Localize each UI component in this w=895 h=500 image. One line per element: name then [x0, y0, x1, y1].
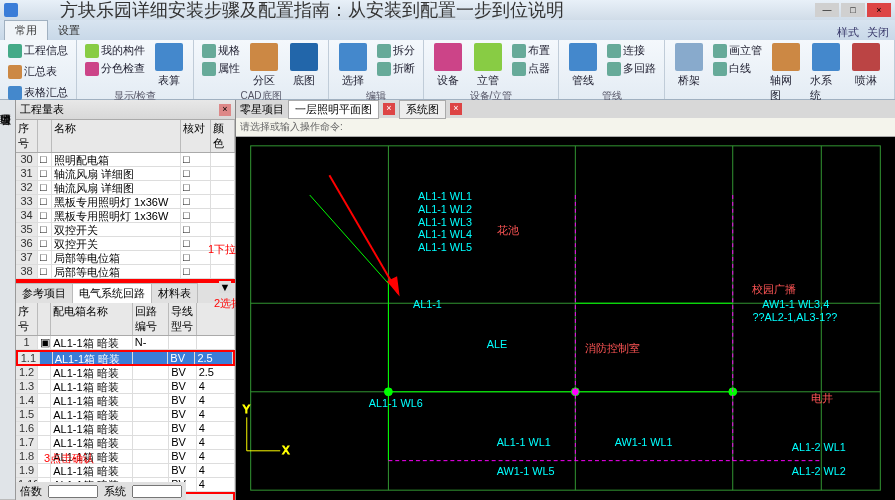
subtab-ref[interactable]: 参考项目	[16, 283, 73, 303]
command-hint[interactable]: 请选择或输入操作命令:	[236, 118, 895, 137]
canvas-tab-floor[interactable]: 一层照明平面图	[288, 100, 379, 119]
rb-basemap[interactable]: 底图	[286, 42, 322, 89]
rb-pipe[interactable]: 管线	[565, 42, 601, 89]
svg-text:AL1-1 WL2: AL1-1 WL2	[418, 203, 472, 215]
svg-text:AL1-1 WL6: AL1-1 WL6	[369, 397, 423, 409]
svg-text:Y: Y	[243, 403, 250, 415]
close-button[interactable]: ×	[867, 3, 891, 17]
sub-row[interactable]: 1.5AL1-1箱 暗装 WL5BV4	[16, 408, 235, 422]
ribbon-style[interactable]: 样式	[837, 25, 859, 40]
sub-grid-header: 序号 配电箱名称 回路编号 导线型号	[16, 303, 235, 336]
svg-text:AL1-2 WL2: AL1-2 WL2	[792, 465, 846, 477]
svg-text:AL1-1: AL1-1	[413, 298, 442, 310]
rb-layout5[interactable]: 布置	[510, 42, 552, 59]
tab-close-icon[interactable]: ×	[383, 103, 395, 115]
grid-row[interactable]: 35□双控开关□	[16, 223, 235, 237]
grid-body[interactable]: 30□照明配电箱□31□轴流风扇 详细图□32□轴流风扇 详细图□33□黑板专用…	[16, 153, 235, 279]
bottom-bar: 倍数 系统	[16, 482, 186, 500]
overlay-title: 方块乐园详细安装步骤及配置指南：从安装到配置一步到位说明	[60, 0, 775, 22]
svg-text:校园广播: 校园广播	[751, 283, 796, 295]
svg-text:??AL2-1,AL3-1??: ??AL2-1,AL3-1??	[752, 311, 837, 323]
canvas-tabs: 零星项目 一层照明平面图 × 系统图 ×	[236, 100, 895, 118]
svg-text:ALE: ALE	[487, 338, 507, 350]
svg-text:AL1-1 WL1: AL1-1 WL1	[497, 436, 551, 448]
panel-close-icon[interactable]: ×	[219, 104, 231, 116]
sub-row[interactable]: 1.9AL1-1箱 暗装 WL9BV4	[16, 464, 235, 478]
svg-text:AL1-1 WL3: AL1-1 WL3	[418, 216, 472, 228]
tab-common[interactable]: 常用	[4, 20, 48, 40]
rb-axis[interactable]: 轴网图	[768, 42, 804, 104]
svg-text:AL1-1 WL5: AL1-1 WL5	[418, 241, 472, 253]
rb-tray[interactable]: 桥架	[671, 42, 707, 89]
svg-text:电井: 电井	[811, 392, 833, 404]
ribbon-close[interactable]: 关闭	[867, 25, 889, 40]
sub-grid-body[interactable]: 1.2AL1-1箱 暗装 WL2BV2.51.3AL1-1箱 暗装 WL3BV4…	[16, 366, 235, 492]
sub-row[interactable]: 1.7AL1-1箱 暗装 WL7BV4	[16, 436, 235, 450]
svg-marker-34	[388, 278, 398, 294]
ribbon: 工程信息 汇总表 表格汇总 工程 我的构件 分色检查 表算 显示/检查 规格 属…	[0, 40, 895, 100]
scale-input[interactable]	[48, 485, 98, 498]
svg-text:AW1-1 WL5: AW1-1 WL5	[497, 465, 555, 477]
tab-settings[interactable]: 设置	[48, 21, 90, 40]
grid-row[interactable]: 31□轴流风扇 详细图□	[16, 167, 235, 181]
rb-device[interactable]: 设备	[430, 42, 466, 89]
subtab-elec[interactable]: 电气系统回路	[73, 283, 152, 303]
cad-canvas[interactable]: 零星项目 一层照明平面图 × 系统图 × 请选择或输入操作命令:	[236, 100, 895, 500]
grid-row[interactable]: 38□局部等电位箱□	[16, 265, 235, 279]
tab-close-icon-2[interactable]: ×	[450, 103, 462, 115]
grid-row[interactable]: 36□双控开关□	[16, 237, 235, 251]
grid-row[interactable]: 37□局部等电位箱□	[16, 251, 235, 265]
svg-text:AL1-1 WL1: AL1-1 WL1	[418, 190, 472, 202]
rb-summary[interactable]: 汇总表	[6, 63, 59, 80]
rb-draw-riser[interactable]: 画立管	[711, 42, 764, 59]
sub-row[interactable]: 1.2AL1-1箱 暗装 WL2BV2.5	[16, 366, 235, 380]
grid-header: 序号 名称 核对 颜色	[16, 120, 235, 153]
strip-proj[interactable]: 项目管理	[0, 100, 15, 500]
svg-text:消防控制室: 消防控制室	[585, 342, 640, 354]
svg-text:AW1-1 WL3,4: AW1-1 WL3,4	[762, 298, 829, 310]
rb-proj-info[interactable]: 工程信息	[6, 42, 70, 59]
rb-table-sum[interactable]: 表格汇总	[6, 84, 70, 101]
svg-text:X: X	[282, 444, 289, 456]
sub-tabs: 参考项目 电气系统回路 材料表	[16, 283, 235, 303]
sub-row-highlight[interactable]: 1.1 AL1-1箱 暗装 WL1BV2.5	[16, 350, 235, 366]
rb-point5[interactable]: 点器	[510, 60, 552, 77]
rb-riser[interactable]: 立管	[470, 42, 506, 89]
grid-row[interactable]: 32□轴流风扇 详细图□	[16, 181, 235, 195]
rb-whiteline[interactable]: 白线	[711, 60, 764, 77]
svg-text:AL1-1 WL4: AL1-1 WL4	[418, 228, 472, 240]
canvas-tab-sys[interactable]: 系统图	[399, 100, 446, 119]
sub-row[interactable]: 1.4AL1-1箱 暗装 WL4BV4	[16, 394, 235, 408]
rb-multiloop[interactable]: 多回路	[605, 60, 658, 77]
panel-header: 工程量表 ×	[16, 100, 235, 120]
minimize-button[interactable]: —	[815, 3, 839, 17]
rb-water[interactable]: 水系统	[808, 42, 844, 104]
rb-zone[interactable]: 分区	[246, 42, 282, 89]
grid-row[interactable]: 30□照明配电箱□	[16, 153, 235, 167]
rb-select[interactable]: 选择	[335, 42, 371, 89]
rb-connect[interactable]: 连接	[605, 42, 658, 59]
quantity-panel: 工程量表 × 序号 名称 核对 颜色 30□照明配电箱□31□轴流风扇 详细图□…	[16, 100, 236, 500]
titlebar: 方块乐园详细安装步骤及配置指南：从安装到配置一步到位说明 — □ ×	[0, 0, 895, 20]
rb-attr[interactable]: 属性	[200, 60, 242, 77]
svg-text:AL1-2 WL1: AL1-2 WL1	[792, 441, 846, 453]
rb-spec[interactable]: 规格	[200, 42, 242, 59]
grid-row[interactable]: 33□黑板专用照明灯 1x36W□	[16, 195, 235, 209]
system-input[interactable]	[132, 485, 182, 498]
rb-color-check[interactable]: 分色检查	[83, 60, 147, 77]
sub-row[interactable]: 1.6AL1-1箱 暗装 WL6BV4	[16, 422, 235, 436]
svg-text:AW1-1 WL1: AW1-1 WL1	[615, 436, 673, 448]
grid-row[interactable]: 34□黑板专用照明灯 1x36W□	[16, 209, 235, 223]
rb-calc[interactable]: 表算	[151, 42, 187, 89]
subtab-mat[interactable]: 材料表	[152, 283, 198, 303]
sub-row[interactable]: 1.8AL1-1箱 暗装 WL8BV4	[16, 450, 235, 464]
sub-row-first[interactable]: 1▣ AL1-1箱 暗装N-	[16, 336, 235, 350]
dropdown-select[interactable]	[16, 279, 235, 283]
rb-split[interactable]: 拆分	[375, 42, 417, 59]
rb-sprinkler[interactable]: 喷淋	[848, 42, 884, 89]
maximize-button[interactable]: □	[841, 3, 865, 17]
rb-break[interactable]: 折断	[375, 60, 417, 77]
svg-point-7	[384, 388, 392, 396]
rb-my-comp[interactable]: 我的构件	[83, 42, 147, 59]
sub-row[interactable]: 1.3AL1-1箱 暗装 WL3BV4	[16, 380, 235, 394]
